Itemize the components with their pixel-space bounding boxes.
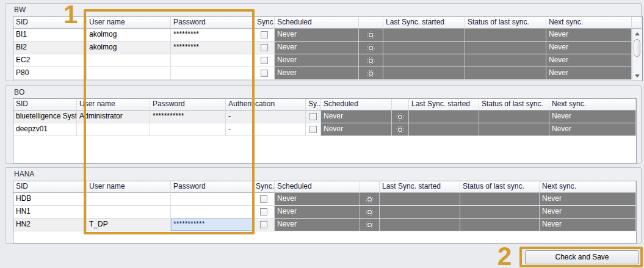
password-cell[interactable] <box>171 67 255 80</box>
gear-icon[interactable] <box>366 43 375 53</box>
column-header-last_sync_started: Last Sync. started <box>409 99 479 110</box>
column-header-status_of_last_sync: Status of last sync. <box>479 99 549 110</box>
bo-systems-table: SIDUser namePasswordAuthenticationSy...S… <box>13 98 637 164</box>
user-name-cell[interactable]: Administrator <box>77 110 150 123</box>
schedule-settings-cell <box>360 193 380 206</box>
password-cell[interactable] <box>171 193 253 206</box>
password-cell[interactable] <box>171 54 255 67</box>
status-of-last-sync-cell <box>465 29 546 42</box>
column-header-last_sync_started: Last Sync. started <box>380 181 460 193</box>
gear-icon[interactable] <box>366 31 375 40</box>
scheduled-cell: Never <box>321 123 392 136</box>
column-header-status_of_last_sync: Status of last sync. <box>465 17 546 29</box>
hana-systems-group: HANA SIDUser namePasswordSync.ScheduledL… <box>5 167 642 244</box>
sid-cell: EC2 <box>13 54 87 67</box>
password-cell[interactable]: *********** <box>150 110 226 123</box>
scheduled-cell: Never <box>275 193 360 206</box>
sync-cell <box>255 29 275 42</box>
scrollbar-down-button[interactable] <box>632 71 642 80</box>
column-header-status_of_last_sync: Status of last sync. <box>460 181 540 193</box>
sync-checkbox[interactable] <box>260 208 267 215</box>
password-cell[interactable] <box>150 123 226 136</box>
gear-icon[interactable] <box>365 208 374 217</box>
sync-checkbox[interactable] <box>260 195 267 203</box>
sid-cell: BI1 <box>13 29 87 42</box>
last-sync-started-cell <box>409 123 479 136</box>
schedule-settings-cell <box>359 42 383 54</box>
status-of-last-sync-cell <box>460 219 540 231</box>
user-name-cell[interactable]: akolmog <box>87 29 171 42</box>
vertical-scrollbar[interactable] <box>632 29 642 81</box>
status-of-last-sync-cell <box>479 110 549 123</box>
column-header-user_name: User name <box>77 99 150 110</box>
sync-checkbox[interactable] <box>261 57 268 64</box>
user-name-cell[interactable] <box>87 67 171 80</box>
sync-checkbox[interactable] <box>261 31 268 38</box>
sync-cell <box>253 206 275 219</box>
sid-cell: HN2 <box>13 219 87 231</box>
column-header-spacer <box>632 17 642 29</box>
scheduled-cell: Never <box>275 206 360 219</box>
scheduled-cell: Never <box>275 54 359 67</box>
gear-icon[interactable] <box>396 125 405 134</box>
gear-icon[interactable] <box>366 56 375 65</box>
column-header-password: Password <box>171 181 253 193</box>
scrollbar-up-button[interactable] <box>632 29 642 38</box>
scheduled-cell: Never <box>275 29 359 42</box>
user-name-cell[interactable]: akolmog <box>87 42 171 54</box>
gear-icon[interactable] <box>396 112 405 121</box>
status-of-last-sync-cell <box>460 193 540 206</box>
user-name-cell[interactable] <box>87 206 171 219</box>
column-header-password: Password <box>171 17 255 29</box>
status-of-last-sync-cell <box>460 206 540 219</box>
status-of-last-sync-cell <box>465 67 546 80</box>
sync-checkbox[interactable] <box>261 70 268 77</box>
gear-icon[interactable] <box>366 69 375 78</box>
password-cell[interactable]: *********** <box>171 219 253 231</box>
table-row-hn1: HN1NeverNever <box>13 206 636 219</box>
sync-checkbox[interactable] <box>260 221 267 228</box>
scrollbar-thumb[interactable] <box>634 39 640 57</box>
column-header-next_sync: Next sync. <box>546 17 632 29</box>
bw-systems-table: SIDUser namePasswordSync.ScheduledLast S… <box>13 16 643 81</box>
schedule-settings-cell <box>360 219 380 231</box>
user-name-cell[interactable]: T_DP <box>87 219 171 231</box>
check-and-save-button[interactable]: Check and Save <box>525 250 639 264</box>
sid-cell: deepzv01 <box>13 123 77 136</box>
group-title-bw: BW <box>14 5 26 14</box>
sync-checkbox[interactable] <box>309 113 317 120</box>
scheduled-cell: Never <box>275 67 359 80</box>
table-header-row: SIDUser namePasswordSync.ScheduledLast S… <box>13 17 642 29</box>
schedule-settings-cell <box>360 206 380 219</box>
column-header-sid: SID <box>13 17 87 29</box>
gear-icon[interactable] <box>365 195 374 204</box>
schedule-settings-cell <box>359 54 383 67</box>
next-sync-cell: Never <box>540 193 636 206</box>
column-header-sid: SID <box>13 181 87 193</box>
last-sync-started-cell <box>380 206 460 219</box>
table-header-row: SIDUser namePasswordSync.ScheduledLast S… <box>13 181 636 193</box>
sync-checkbox[interactable] <box>309 126 317 133</box>
group-title-bo: BO <box>14 88 24 96</box>
last-sync-started-cell <box>383 42 465 54</box>
sync-checkbox[interactable] <box>261 44 268 51</box>
hana-systems-table: SIDUser namePasswordSync.ScheduledLast S… <box>13 181 637 244</box>
next-sync-cell: Never <box>549 123 636 136</box>
column-header-next_sync: Next sync. <box>540 181 636 193</box>
gear-icon[interactable] <box>365 220 374 230</box>
password-cell[interactable] <box>171 206 253 219</box>
group-title-hana: HANA <box>14 170 34 178</box>
table-row-p80: P80NeverNever <box>13 67 642 80</box>
last-sync-started-cell <box>380 193 460 206</box>
sid-cell: BI2 <box>13 42 87 54</box>
column-header-authentication: Authentication <box>226 99 306 110</box>
last-sync-started-cell <box>383 54 465 67</box>
user-name-cell[interactable] <box>77 123 150 136</box>
table-row-bi2: BI2akolmog*********NeverNever <box>13 42 642 54</box>
password-cell[interactable]: ********* <box>171 29 255 42</box>
column-header-sync: Sy... <box>306 99 321 110</box>
user-name-cell[interactable] <box>87 54 171 67</box>
next-sync-cell: Never <box>546 67 632 80</box>
user-name-cell[interactable] <box>87 193 171 206</box>
password-cell[interactable]: ********* <box>171 42 255 54</box>
